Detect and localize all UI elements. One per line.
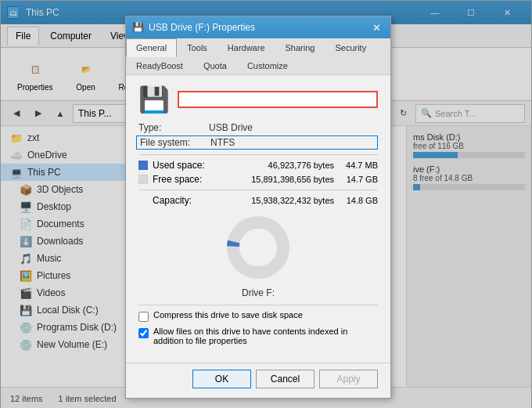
tab-security[interactable]: Security [325, 38, 376, 56]
capacity-row: Capacity: 15,938,322,432 bytes 14.8 GB [138, 195, 378, 206]
used-label: Used space: [153, 160, 215, 171]
drive-label-input[interactable] [178, 91, 378, 108]
free-label: Free space: [153, 174, 215, 185]
dialog-titlebar: 💾 USB Drive (F:) Properties ✕ [126, 16, 390, 38]
compress-label: Compress this drive to save disk space [153, 310, 303, 320]
drive-label: Drive F: [242, 287, 275, 298]
dialog-title: USB Drive (F:) Properties [149, 22, 255, 33]
index-row: Allow files on this drive to have conten… [138, 327, 378, 345]
dialog-body: 💾 Type: USB Drive File system: NTFS Used… [126, 75, 390, 359]
compress-checkbox[interactable] [138, 312, 149, 322]
filesystem-value: NTFS [210, 137, 235, 148]
index-checkbox[interactable] [138, 328, 149, 338]
cancel-button[interactable]: Cancel [256, 370, 315, 388]
donut-chart-container: Drive F: [138, 212, 378, 298]
capacity-spacer [138, 196, 148, 205]
used-color-box [138, 161, 148, 170]
dialog-tabs: General Tools Hardware Sharing Security … [126, 38, 390, 75]
capacity-size: 14.8 GB [339, 196, 378, 205]
free-space-row: Free space: 15,891,398,656 bytes 14.7 GB [138, 174, 378, 185]
divider-1 [138, 154, 378, 155]
used-bytes: 46,923,776 bytes [220, 161, 334, 170]
tab-sharing[interactable]: Sharing [275, 38, 325, 56]
drive-header: 💾 [138, 85, 378, 114]
apply-button[interactable]: Apply [319, 370, 378, 388]
type-row: Type: USB Drive [138, 122, 378, 133]
tab-hardware[interactable]: Hardware [217, 38, 275, 56]
capacity-bytes: 15,938,322,432 bytes [220, 196, 334, 205]
tab-general[interactable]: General [126, 38, 177, 57]
free-bytes: 15,891,398,656 bytes [220, 175, 334, 184]
type-label: Type: [138, 122, 209, 133]
capacity-label: Capacity: [153, 195, 215, 206]
tab-customize[interactable]: Customize [237, 56, 298, 74]
filesystem-label: File system: [140, 137, 210, 148]
svg-point-2 [239, 229, 277, 266]
dialog-drive-icon: 💾 [132, 22, 144, 33]
ok-button[interactable]: OK [192, 370, 251, 388]
drive-small-icon: 💾 [138, 85, 170, 114]
tab-quota[interactable]: Quota [193, 56, 237, 74]
used-size: 44.7 MB [339, 161, 378, 170]
donut-chart [223, 212, 293, 283]
free-size: 14.7 GB [339, 175, 378, 184]
properties-dialog: 💾 USB Drive (F:) Properties ✕ General To… [125, 16, 391, 399]
compress-row: Compress this drive to save disk space [138, 310, 378, 322]
dialog-close-button[interactable]: ✕ [368, 20, 384, 35]
dialog-buttons: OK Cancel Apply [126, 363, 390, 398]
used-space-row: Used space: 46,923,776 bytes 44.7 MB [138, 160, 378, 171]
divider-3 [138, 305, 378, 305]
tab-tools[interactable]: Tools [177, 38, 217, 56]
divider-2 [138, 190, 378, 190]
free-color-box [138, 175, 148, 184]
filesystem-row: File system: NTFS [136, 135, 378, 150]
dialog-titlebar-text: 💾 USB Drive (F:) Properties [132, 22, 368, 33]
index-label: Allow files on this drive to have conten… [153, 327, 378, 345]
type-value: USB Drive [209, 122, 253, 133]
tab-readyboost[interactable]: ReadyBoost [126, 56, 193, 74]
